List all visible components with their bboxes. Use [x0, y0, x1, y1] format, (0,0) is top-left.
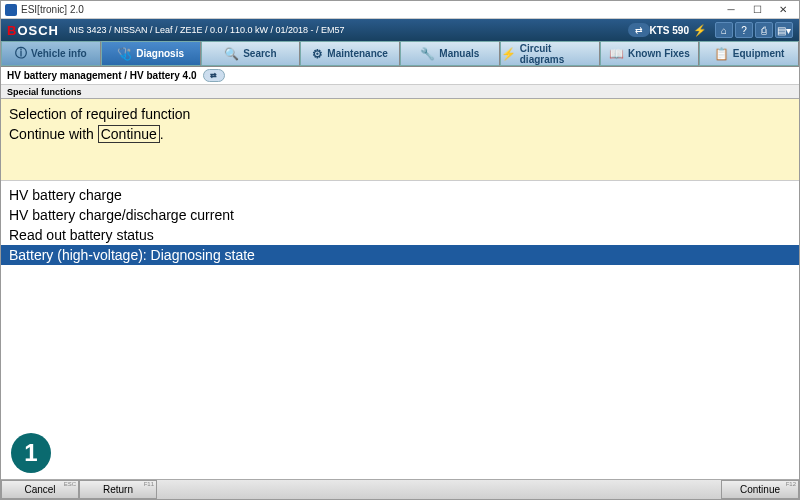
minimize-button[interactable]: ─	[719, 3, 743, 17]
tab-manuals[interactable]: 🔧Manuals	[400, 41, 500, 66]
bosch-logo: BOSCH	[7, 23, 59, 38]
footer-bar: CancelESC ReturnF11 ContinueF12	[1, 479, 799, 499]
function-item[interactable]: HV battery charge	[1, 185, 799, 205]
tab-circuit-diagrams[interactable]: ⚡Circuit diagrams	[500, 41, 600, 66]
diagnosis-icon: 🩺	[117, 47, 132, 61]
window-title: ESI[tronic] 2.0	[21, 4, 719, 15]
breadcrumb-swap-icon[interactable]: ⇄	[203, 69, 225, 82]
instruction-panel: Selection of required function Continue …	[1, 99, 799, 181]
info-icon: ⓘ	[15, 45, 27, 62]
print-icon[interactable]: ⎙	[755, 22, 773, 38]
breadcrumb: HV battery management / HV battery 4.0 ⇄	[1, 67, 799, 85]
function-item[interactable]: Battery (high-voltage): Diagnosing state	[1, 245, 799, 265]
main-nav: ⓘVehicle info 🩺Diagnosis 🔍Search ⚙Mainte…	[1, 41, 799, 67]
tab-equipment[interactable]: 📋Equipment	[699, 41, 799, 66]
swap-vehicle-icon[interactable]: ⇄	[628, 23, 650, 37]
function-item[interactable]: Read out battery status	[1, 225, 799, 245]
tab-diagnosis[interactable]: 🩺Diagnosis	[101, 41, 201, 66]
tab-known-fixes[interactable]: 📖Known Fixes	[600, 41, 700, 66]
function-list: HV battery chargeHV battery charge/disch…	[1, 181, 799, 269]
app-icon	[5, 4, 17, 16]
continue-button[interactable]: ContinueF12	[721, 480, 799, 499]
continue-hint-box: Continue	[98, 125, 160, 143]
circuit-icon: ⚡	[501, 47, 516, 61]
device-label: KTS 590	[650, 25, 689, 36]
return-button[interactable]: ReturnF11	[79, 480, 157, 499]
window-titlebar: ESI[tronic] 2.0 ─ ☐ ✕	[1, 1, 799, 19]
step-badge: 1	[11, 433, 51, 473]
home-icon[interactable]: ⌂	[715, 22, 733, 38]
instruction-line2: Continue with Continue.	[9, 125, 791, 145]
tab-vehicle-info[interactable]: ⓘVehicle info	[1, 41, 101, 66]
section-header: Special functions	[1, 85, 799, 99]
cancel-button[interactable]: CancelESC	[1, 480, 79, 499]
vehicle-info-text: NIS 3423 / NISSAN / Leaf / ZE1E / 0.0 / …	[69, 25, 622, 35]
book-icon: 📖	[609, 47, 624, 61]
settings-icon[interactable]: ▤▾	[775, 22, 793, 38]
instruction-line1: Selection of required function	[9, 105, 791, 125]
tab-search[interactable]: 🔍Search	[201, 41, 301, 66]
close-button[interactable]: ✕	[771, 3, 795, 17]
help-icon[interactable]: ?	[735, 22, 753, 38]
app-header: BOSCH NIS 3423 / NISSAN / Leaf / ZE1E / …	[1, 19, 799, 41]
tab-maintenance[interactable]: ⚙Maintenance	[300, 41, 400, 66]
function-list-container: HV battery chargeHV battery charge/disch…	[1, 181, 799, 479]
breadcrumb-path: HV battery management / HV battery 4.0	[7, 70, 197, 81]
maximize-button[interactable]: ☐	[745, 3, 769, 17]
connection-icon: ⚡	[693, 24, 707, 37]
search-icon: 🔍	[224, 47, 239, 61]
wrench-icon: 🔧	[420, 47, 435, 61]
gear-icon: ⚙	[312, 47, 323, 61]
function-item[interactable]: HV battery charge/discharge current	[1, 205, 799, 225]
equipment-icon: 📋	[714, 47, 729, 61]
